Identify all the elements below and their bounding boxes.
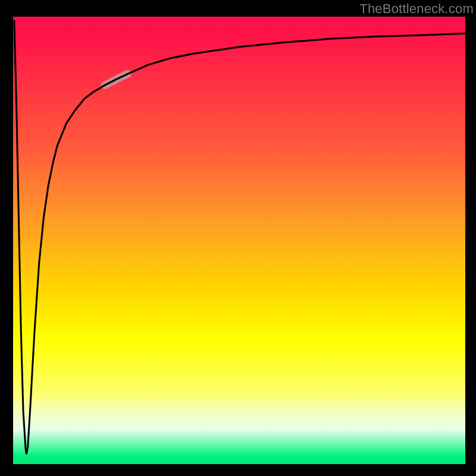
plot-area <box>12 15 465 465</box>
attribution-text: TheBottleneck.com <box>359 1 474 17</box>
bottleneck-curve <box>14 20 465 455</box>
chart-frame: TheBottleneck.com <box>0 0 476 476</box>
curve-svg <box>12 15 465 465</box>
